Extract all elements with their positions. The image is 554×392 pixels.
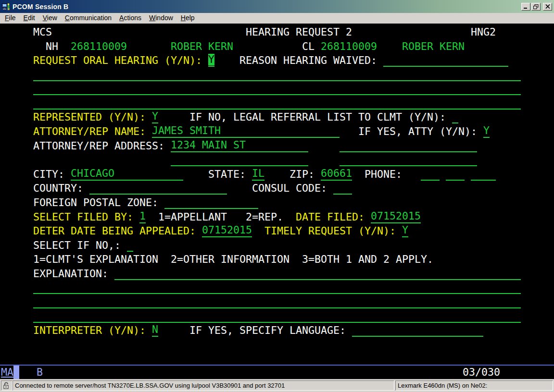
oia-cursor-block: [13, 366, 19, 379]
terminal-label: SELECT FILED BY:: [33, 210, 133, 224]
terminal-row: REQUEST ORAL HEARING (Y/N):YREASON HEARI…: [0, 53, 554, 68]
terminal-row: [0, 281, 554, 295]
waiver-reason-line-2[interactable]: [33, 82, 521, 95]
terminal-row: [0, 68, 554, 82]
terminal-label: DATE FILED:: [296, 210, 365, 224]
terminal-label: MCS: [33, 25, 52, 39]
city-field[interactable]: CHICAGO: [71, 167, 183, 181]
menu-edit[interactable]: Edit: [20, 13, 39, 23]
terminal-label: ATTORNEY/REP NAME:: [33, 124, 146, 139]
explanation-line-4[interactable]: [33, 309, 521, 323]
terminal-row: REPRESENTED (Y/N):YIF NO, LEGAL REFERRAL…: [0, 110, 554, 124]
reason-hearing-waived-field[interactable]: [383, 53, 508, 67]
terminal-row: NH268110009ROBER KERNCL268110009ROBER KE…: [0, 39, 554, 54]
deter-date-field[interactable]: 07152015: [202, 224, 252, 237]
terminal-row: SELECT FILED BY:11=APPELLANT 2=REP.DATE …: [0, 210, 554, 224]
restore-button[interactable]: [531, 3, 541, 11]
terminal-label: DETER DATE BEING APPEALED:: [33, 224, 196, 238]
close-button[interactable]: [543, 3, 552, 11]
window-controls: [520, 3, 552, 11]
terminal-label: SELECT IF NO,:: [33, 238, 121, 253]
terminal-label: IF YES, ATTY (Y/N):: [358, 124, 477, 139]
foreign-postal-zone-field[interactable]: [164, 196, 258, 209]
terminal-label: CL: [302, 39, 315, 54]
phone-prefix-field[interactable]: [446, 167, 465, 181]
terminal-row: FOREIGN POSTAL ZONE:: [0, 196, 554, 210]
timely-request-field[interactable]: Y: [402, 224, 408, 237]
pcomm-window: PCOM Session B FileEditViewCommunication…: [0, 0, 554, 392]
terminal-label: 268110009: [321, 39, 377, 54]
attorney-address-line-2[interactable]: [340, 139, 477, 152]
interpreter-field[interactable]: N: [152, 323, 158, 337]
terminal-label: REQUEST ORAL HEARING (Y/N):: [33, 53, 202, 68]
terminal-label: NH: [46, 39, 58, 54]
attorney-rep-name-field[interactable]: JAMES SMITH: [152, 124, 340, 138]
menu-file[interactable]: File: [1, 13, 20, 23]
terminal-label: 1=CLMT'S EXPLANATION 2=OTHER INFORMATION…: [33, 252, 433, 267]
title-bar: PCOM Session B: [0, 0, 554, 13]
terminal-label: REASON HEARING WAIVED:: [239, 53, 377, 68]
menu-bar: FileEditViewCommunicationActionsWindowHe…: [0, 13, 554, 24]
terminal-label: 1=APPELLANT 2=REP.: [158, 210, 283, 224]
terminal-row: EXPLANATION:: [0, 267, 554, 281]
unlocked-padlock-icon: [3, 382, 10, 389]
terminal-label: ROBER KERN: [402, 39, 465, 54]
attorney-address-line-4[interactable]: [340, 153, 477, 166]
status-bar: Connected to remote server/host TN3270E.…: [0, 379, 554, 392]
explanation-line-2[interactable]: [33, 281, 521, 294]
specify-language-field[interactable]: [352, 323, 483, 337]
terminal-label: EXPLANATION:: [33, 267, 108, 281]
printer-status: Lexmark E460dn (MS) on Ne02:: [395, 380, 553, 391]
window-title: PCOM Session B: [13, 3, 520, 11]
waiver-reason-line-1[interactable]: [33, 68, 521, 81]
terminal-label: PHONE:: [365, 167, 402, 182]
terminal-row: 1=CLMT'S EXPLANATION 2=OTHER INFORMATION…: [0, 252, 554, 267]
connection-status-message: Connected to remote server/host TN3270E.…: [13, 380, 394, 391]
menu-help[interactable]: Help: [177, 13, 199, 23]
waiver-reason-line-3[interactable]: [33, 96, 521, 110]
legal-referral-list-field[interactable]: [452, 110, 458, 123]
terminal-row: DETER DATE BEING APPEALED:07152015TIMELY…: [0, 224, 554, 238]
terminal-label: TIMELY REQUEST (Y/N):: [264, 224, 396, 238]
terminal-label: FOREIGN POSTAL ZONE:: [33, 196, 158, 210]
request-oral-hearing-field[interactable]: Y: [208, 53, 214, 67]
terminal-row: [0, 82, 554, 96]
terminal-row: [0, 96, 554, 110]
terminal-label: INTERPRETER (Y/N):: [33, 323, 146, 338]
terminal-label: IF NO, LEGAL REFERRAL LIST TO CLMT (Y/N)…: [189, 110, 446, 124]
menu-view[interactable]: View: [39, 13, 61, 23]
atty-field[interactable]: Y: [483, 124, 490, 138]
consul-code-field[interactable]: [333, 181, 352, 195]
state-field[interactable]: IL: [252, 167, 264, 181]
terminal-row: CITY:CHICAGOSTATE:ILZIP:60661PHONE:: [0, 167, 554, 182]
date-filed-field[interactable]: 07152015: [371, 210, 421, 223]
terminal-label: ZIP:: [290, 167, 315, 182]
phone-area-field[interactable]: [421, 167, 440, 181]
phone-line-field[interactable]: [471, 167, 496, 181]
attorney-address-line-1[interactable]: 1234 MAIN ST: [171, 139, 308, 152]
terminal-row: ATTORNEY/REP ADDRESS:1234 MAIN ST: [0, 139, 554, 153]
minimize-button[interactable]: [521, 3, 530, 11]
terminal-label: STATE:: [208, 167, 246, 182]
terminal-row: [0, 309, 554, 324]
attorney-address-line-3[interactable]: [171, 153, 308, 166]
terminal-label: REPRESENTED (Y/N):: [33, 110, 146, 124]
app-icon: [2, 2, 11, 11]
represented-field[interactable]: Y: [152, 110, 158, 123]
terminal-label: COUNTRY:: [33, 181, 83, 196]
terminal-screen: MCSHEARING REQUEST 2HNG2NH268110009ROBER…: [0, 24, 554, 365]
zip-field[interactable]: 60661: [321, 167, 352, 181]
country-field[interactable]: [89, 181, 227, 195]
explanation-line-1[interactable]: [114, 267, 521, 280]
explanation-line-3[interactable]: [33, 295, 521, 308]
menu-window[interactable]: Window: [145, 13, 177, 23]
terminal-label: IF YES, SPECIFY LANGUAGE:: [189, 323, 346, 338]
filed-by-field[interactable]: 1: [139, 210, 146, 223]
menu-actions[interactable]: Actions: [115, 13, 145, 23]
terminal-label: 268110009: [71, 39, 127, 54]
select-if-no-field[interactable]: [127, 238, 133, 252]
terminal-row: SELECT IF NO,:: [0, 238, 554, 253]
terminal-row: [0, 295, 554, 309]
cursor-position-indicator: 03/030: [463, 366, 500, 379]
menu-communication[interactable]: Communication: [61, 13, 115, 23]
